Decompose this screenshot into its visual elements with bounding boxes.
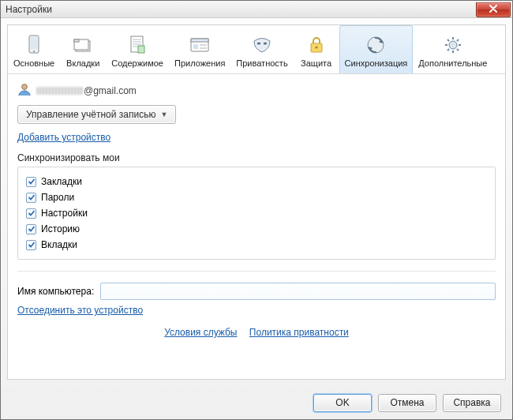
- titlebar: Настройки: [1, 1, 512, 18]
- svg-point-19: [22, 84, 28, 90]
- tab-content[interactable]: Содержимое: [106, 25, 169, 73]
- checkbox[interactable]: [26, 193, 36, 203]
- window-icon: [189, 34, 211, 56]
- checkbox-label: Вкладки: [41, 239, 77, 250]
- privacy-link[interactable]: Политика приватности: [249, 327, 349, 338]
- mask-icon: [251, 34, 273, 56]
- sync-section-label: Синхронизировать мои: [17, 152, 496, 163]
- svg-point-14: [264, 42, 268, 44]
- tab-label: Приложения: [174, 58, 225, 68]
- tab-label: Вкладки: [66, 58, 99, 68]
- svg-point-16: [315, 46, 317, 48]
- svg-point-13: [257, 42, 261, 44]
- svg-rect-10: [193, 44, 198, 49]
- computer-name-input[interactable]: [100, 283, 496, 300]
- tab-security[interactable]: Защита: [294, 25, 339, 73]
- svg-point-2: [33, 50, 35, 51]
- divider: [17, 271, 496, 272]
- tab-label: Содержимое: [111, 58, 163, 68]
- svg-rect-12: [200, 47, 207, 49]
- legal-links: Условия службы Политика приватности: [17, 327, 496, 338]
- folder-tabs-icon: [72, 34, 94, 56]
- account-row: @gmail.com: [17, 82, 496, 99]
- checkbox-label: Пароли: [41, 192, 74, 203]
- document-icon: [126, 34, 148, 56]
- inner-panel: Основные Вкладки Содержимое Приложения: [7, 24, 506, 380]
- tab-label: Приватность: [236, 58, 287, 68]
- manage-account-label: Управление учётной записью: [26, 109, 155, 120]
- checkbox[interactable]: [26, 240, 36, 250]
- computer-name-label: Имя компьютера:: [17, 286, 94, 297]
- svg-rect-9: [191, 39, 208, 42]
- lock-icon: [305, 34, 328, 56]
- tab-applications[interactable]: Приложения: [169, 25, 230, 73]
- checkbox[interactable]: [26, 224, 36, 234]
- sync-item-bookmarks: Закладки: [26, 174, 487, 189]
- disconnect-device-link[interactable]: Отсоединить это устройство: [17, 305, 143, 316]
- checkbox[interactable]: [26, 208, 36, 219]
- ok-button[interactable]: OK: [313, 394, 372, 412]
- svg-rect-11: [200, 44, 207, 46]
- checkbox-label: Настройки: [41, 208, 88, 219]
- manage-account-button[interactable]: Управление учётной записью ▼: [17, 105, 176, 124]
- tab-general[interactable]: Основные: [8, 25, 60, 73]
- close-icon: [489, 4, 498, 15]
- add-device-link[interactable]: Добавить устройство: [17, 132, 110, 143]
- svg-rect-7: [138, 46, 144, 53]
- phone-icon: [23, 34, 45, 56]
- tab-bar: Основные Вкладки Содержимое Приложения: [8, 25, 505, 74]
- checkbox-label: Историю: [41, 223, 80, 234]
- checkbox-label: Закладки: [41, 176, 82, 187]
- dialog-buttons: OK Отмена Справка: [1, 386, 512, 419]
- cancel-button[interactable]: Отмена: [378, 394, 436, 412]
- computer-name-row: Имя компьютера:: [17, 283, 496, 300]
- tab-label: Основные: [13, 58, 54, 68]
- avatar-icon: [17, 82, 32, 99]
- tab-label: Синхронизация: [345, 58, 408, 68]
- svg-rect-5: [74, 39, 79, 42]
- sync-item-passwords: Пароли: [26, 189, 487, 205]
- tab-sync[interactable]: Синхронизация: [339, 25, 414, 73]
- settings-window: Настройки Основные Вкладки: [0, 0, 513, 420]
- content-area: @gmail.com Управление учётной записью ▼ …: [8, 74, 505, 379]
- svg-rect-1: [31, 37, 38, 49]
- tab-privacy[interactable]: Приватность: [230, 25, 293, 73]
- account-email: @gmail.com: [36, 85, 137, 96]
- tab-label: Защита: [301, 58, 331, 68]
- checkbox[interactable]: [26, 177, 36, 187]
- gear-icon: [442, 34, 464, 56]
- help-button[interactable]: Справка: [443, 394, 501, 412]
- sync-item-history: Историю: [26, 221, 487, 237]
- sync-items-box: Закладки Пароли Настройки Историю Вкладк…: [17, 167, 496, 260]
- tab-advanced[interactable]: Дополнительные: [413, 25, 492, 73]
- sync-item-settings: Настройки: [26, 205, 487, 221]
- sync-icon: [365, 34, 387, 56]
- svg-point-18: [449, 41, 457, 49]
- tab-label: Дополнительные: [418, 58, 487, 68]
- close-button[interactable]: [476, 2, 511, 17]
- terms-link[interactable]: Условия службы: [164, 327, 237, 338]
- window-title: Настройки: [6, 4, 52, 15]
- sync-item-tabs: Вкладки: [26, 237, 487, 253]
- chevron-down-icon: ▼: [160, 111, 167, 118]
- tab-tabs[interactable]: Вкладки: [60, 25, 106, 73]
